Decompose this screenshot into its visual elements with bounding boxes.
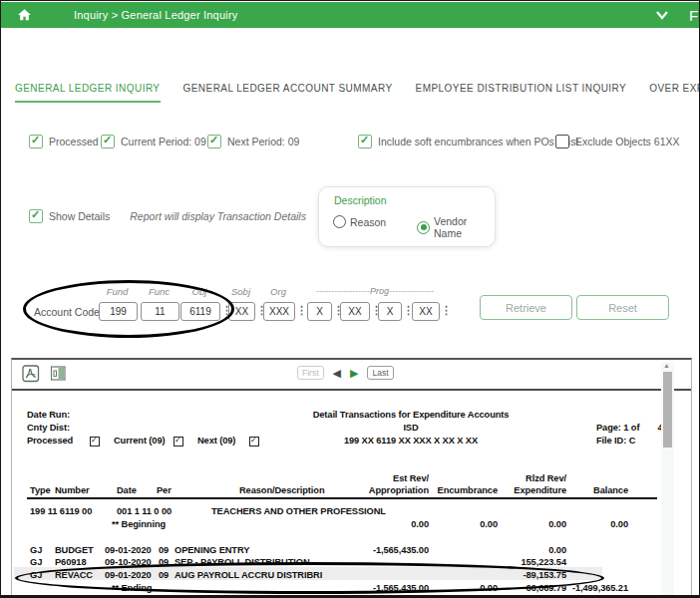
chevron-down-icon[interactable] xyxy=(655,10,669,20)
report-current-checkbox-icon xyxy=(174,437,183,447)
lookup-ellipsis-icon[interactable]: ⋮ xyxy=(441,303,452,318)
cell-account-description: TEACHERS AND OTHER PROFESSIONL xyxy=(211,506,386,516)
cell-number: REVACC xyxy=(55,570,93,580)
field-label-obj: Obj xyxy=(180,286,218,297)
reason-radio[interactable] xyxy=(333,215,346,228)
col-header-number: Number xyxy=(55,485,90,495)
filter-next-period-09: Next Period: 09 xyxy=(207,135,299,149)
current-period-09-checkbox[interactable] xyxy=(101,135,115,149)
checkbox-label: Next Period: 09 xyxy=(227,136,299,148)
exclude-objects-61xx-checkbox[interactable] xyxy=(555,135,569,149)
general-ledger-inquiry-page: Inquiry > General Ledger Inquiry F GENER… xyxy=(0,0,700,598)
report-scrollbar[interactable]: ▲ xyxy=(661,362,674,595)
vendor-name-radio[interactable] xyxy=(417,221,430,234)
top-nav-bar: Inquiry > General Ledger Inquiry F xyxy=(1,2,699,28)
cell-summary-label: ** Ending xyxy=(112,583,152,593)
last-page-button[interactable]: Last xyxy=(367,366,393,380)
cell-type: GJ xyxy=(30,557,42,567)
col-header-per: Per xyxy=(157,485,172,495)
cell-appropriation: -1,565,435.00 xyxy=(341,545,429,555)
filter-processed: Processed xyxy=(29,135,99,149)
cell-reason: OPENING ENTRY xyxy=(175,545,249,555)
description-option-vendor-name: Vendor Name xyxy=(417,215,495,239)
col-header-reason: Reason/Description xyxy=(239,485,325,495)
show-details-hint: Report will display Transaction Details xyxy=(130,210,306,222)
scroll-up-icon[interactable]: ▲ xyxy=(663,362,670,369)
field-label-org: Org xyxy=(263,286,293,297)
tab-general-ledger-inquiry[interactable]: GENERAL LEDGER INQUIRY xyxy=(15,83,161,103)
tab-employee-distribution-list-inquiry[interactable]: EMPLOYEE DISTRIBUTION LIST INQUIRY xyxy=(416,83,627,103)
include-soft-encumbrances-when-pos-exist-checkbox[interactable] xyxy=(358,135,372,149)
tab-general-ledger-account-summary[interactable]: GENERAL LEDGER ACCOUNT SUMMARY xyxy=(183,83,393,103)
next-period-09-checkbox[interactable] xyxy=(207,135,221,149)
account-field-prog-1[interactable]: X xyxy=(307,302,332,321)
field-label-sobj: Sobj xyxy=(228,286,253,297)
cell-expenditure: 155,223.54 xyxy=(485,557,566,567)
account-field-prog-2[interactable]: XX xyxy=(340,302,370,321)
description-label: Description xyxy=(334,194,387,206)
col-header-rlzd-rev: Rlzd Rev/ xyxy=(485,473,566,483)
report-account-mask: 199 XX 6119 XX XXX X XX X XX xyxy=(261,436,560,446)
report-file-id: File ID: C xyxy=(596,436,635,446)
report-title: Detail Transactions for Expenditure Acco… xyxy=(261,410,560,420)
report-date-run-label: Date Run: xyxy=(27,410,70,420)
report-panel: First ◀ ▶ Last Date Run: Cnty Dist: Proc… xyxy=(11,358,692,598)
cell-summary-label: ** Beginning xyxy=(112,519,166,529)
show-details-label: Show Details xyxy=(49,210,110,222)
field-label-fund: Fund xyxy=(99,286,136,297)
scrollbar-thumb[interactable] xyxy=(663,372,672,448)
home-icon[interactable] xyxy=(17,8,32,22)
checkbox-label: Include soft encumbrances when POs exist xyxy=(378,136,578,148)
export-csv-icon[interactable] xyxy=(50,365,68,387)
cell-number: P60918 xyxy=(55,557,86,567)
cell-date: 09-10-2020 xyxy=(105,557,152,567)
first-page-button[interactable]: First xyxy=(297,366,324,380)
col-header-type: Type xyxy=(30,485,51,495)
header-rule xyxy=(27,497,657,499)
show-details-row: Show Details Report will display Transac… xyxy=(29,209,306,223)
previous-page-icon[interactable]: ◀ xyxy=(333,368,341,379)
report-cnty-dist-label: Cnty Dist: xyxy=(27,423,70,433)
cell-appropriation: 0.00 xyxy=(341,519,429,529)
report-next-label: Next (09) xyxy=(197,436,235,446)
cell-per: 09 xyxy=(159,545,169,555)
report-page-label: Page: 1 of4 xyxy=(596,423,663,433)
report-org-name: ISD xyxy=(261,423,560,433)
cell-per: 09 xyxy=(159,557,169,567)
cell-balance: -1,499,365.21 xyxy=(546,583,628,593)
tab-over-expended-account-summary[interactable]: OVER EXPENDED ACCOUNT SUMMARY xyxy=(649,83,700,103)
account-field-func[interactable]: 11 xyxy=(141,302,179,321)
account-field-prog-3[interactable]: X xyxy=(378,302,402,321)
tab-bar: GENERAL LEDGER INQUIRYGENERAL LEDGER ACC… xyxy=(15,83,700,103)
filter-current-period-09: Current Period: 09 xyxy=(101,135,206,149)
radio-label: Vendor Name xyxy=(434,215,495,239)
pdf-export-icon[interactable] xyxy=(22,365,40,387)
account-field-sobj[interactable]: XX xyxy=(228,302,255,321)
next-page-icon[interactable]: ▶ xyxy=(350,368,358,379)
processed-checkbox[interactable] xyxy=(29,135,43,149)
report-pagination: First ◀ ▶ Last xyxy=(297,366,394,380)
report-current-label: Current (09) xyxy=(114,436,166,446)
report-toolbar: First ◀ ▶ Last xyxy=(12,360,691,391)
cell-balance: 0.00 xyxy=(546,519,628,529)
account-code-label: Account Code: xyxy=(34,306,103,318)
description-option-reason: Reason xyxy=(333,215,386,228)
partial-letter: F xyxy=(689,7,700,24)
checkbox-label: Processed xyxy=(49,136,99,148)
cell-number: BUDGET xyxy=(55,545,94,555)
account-field-fund[interactable]: 199 xyxy=(99,302,138,321)
filter-include-soft-encumbrances-when-pos-exist: Include soft encumbrances when POs exist xyxy=(358,135,578,149)
reset-button[interactable]: Reset xyxy=(576,295,669,320)
retrieve-button[interactable]: Retrieve xyxy=(480,295,572,320)
cell-expenditure: -89,153.75 xyxy=(485,570,566,580)
show-details-checkbox[interactable] xyxy=(29,209,43,223)
report-processed-label: Processed xyxy=(27,436,73,446)
lookup-ellipsis-icon[interactable]: ⋮ xyxy=(296,303,307,318)
account-field-obj[interactable]: 6119 xyxy=(180,302,220,321)
report-next-checkbox-icon xyxy=(249,437,259,447)
checkbox-label: Exclude Objects 61XX xyxy=(575,136,679,148)
account-field-org[interactable]: XXX xyxy=(263,302,295,321)
cell-expenditure: 0.00 xyxy=(485,545,566,555)
col-header-date: Date xyxy=(117,485,137,495)
account-field-prog-4[interactable]: XX xyxy=(412,302,440,321)
